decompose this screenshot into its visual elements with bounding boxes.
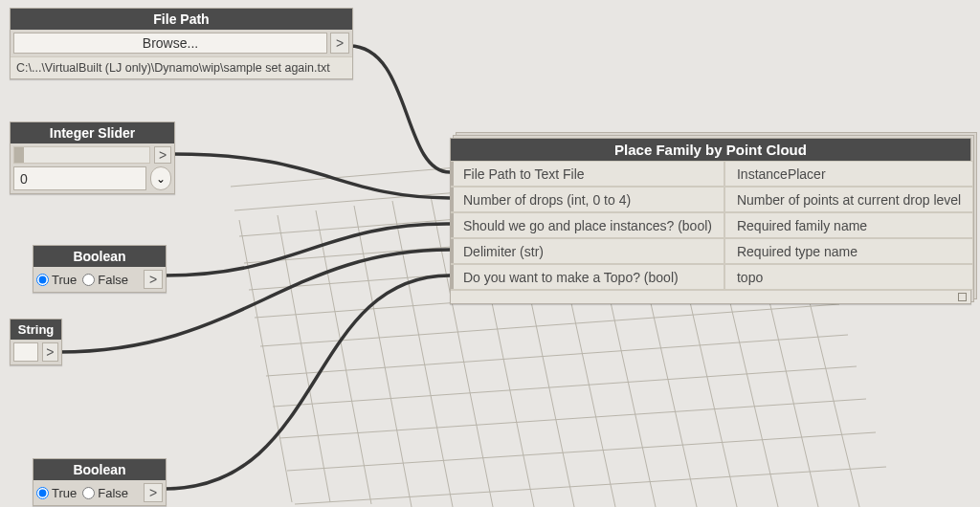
output-ports: InstancePlacer Number of points at curre… — [724, 161, 973, 290]
node-place-family[interactable]: Place Family by Point Cloud File Path to… — [450, 138, 971, 304]
svg-line-25 — [287, 432, 876, 471]
svg-line-24 — [279, 399, 866, 438]
svg-line-4 — [392, 201, 453, 507]
radio-true-input[interactable] — [36, 487, 49, 499]
node-title: Integer Slider — [11, 122, 174, 143]
node-file-path[interactable]: File Path Browse... > C:\...\VirtualBuil… — [10, 8, 353, 79]
file-path-text: C:\...\VirtualBuilt (LJ only)\Dynamo\wip… — [11, 56, 352, 78]
svg-line-21 — [260, 304, 839, 346]
radio-false[interactable]: False — [82, 483, 128, 502]
radio-false[interactable]: False — [82, 270, 128, 289]
svg-line-1 — [278, 215, 330, 502]
node-title: File Path — [11, 9, 352, 30]
input-port-3[interactable]: Delimiter (str) — [451, 238, 724, 264]
radio-true[interactable]: True — [36, 483, 77, 502]
node-title: Boolean — [33, 459, 166, 480]
radio-true[interactable]: True — [36, 270, 77, 289]
slider-thumb[interactable] — [14, 147, 24, 163]
svg-line-26 — [295, 467, 886, 504]
radio-false-input[interactable] — [82, 487, 95, 499]
output-port-1[interactable]: Number of points at current drop level — [724, 187, 973, 212]
output-port[interactable]: > — [144, 483, 163, 502]
preview-toggle-icon[interactable] — [958, 293, 967, 301]
spinner-button[interactable]: ⌄ — [150, 166, 171, 190]
string-input[interactable] — [13, 342, 38, 362]
radio-false-input[interactable] — [82, 274, 95, 286]
input-ports: File Path to Text File Number of drops (… — [451, 161, 724, 290]
output-port[interactable]: > — [42, 342, 58, 362]
input-port-2[interactable]: Should we go and place instances? (bool) — [451, 212, 724, 238]
output-port-4[interactable]: topo — [724, 264, 973, 290]
node-footer — [451, 290, 970, 303]
input-port-1[interactable]: Number of drops (int, 0 to 4) — [451, 187, 724, 212]
radio-true-input[interactable] — [36, 274, 49, 286]
output-port-3[interactable]: Required type name — [724, 238, 973, 264]
svg-line-2 — [316, 210, 371, 504]
node-string[interactable]: String > — [10, 319, 62, 365]
output-port[interactable]: > — [330, 33, 349, 54]
input-port-0[interactable]: File Path to Text File — [451, 161, 724, 187]
input-port-4[interactable]: Do you want to make a Topo? (bool) — [451, 264, 724, 290]
output-port-0[interactable]: InstancePlacer — [724, 161, 973, 187]
svg-line-3 — [354, 206, 412, 507]
node-title: Place Family by Point Cloud — [451, 139, 970, 161]
node-title: String — [11, 320, 61, 340]
node-integer-slider[interactable]: Integer Slider > 0 ⌄ — [10, 121, 175, 194]
node-boolean-2[interactable]: Boolean True False > — [33, 458, 167, 506]
slider-track[interactable] — [13, 146, 150, 164]
slider-value[interactable]: 0 — [13, 166, 146, 190]
output-port[interactable]: > — [154, 146, 171, 164]
svg-line-0 — [239, 220, 292, 502]
svg-line-23 — [273, 366, 857, 407]
node-boolean-1[interactable]: Boolean True False > — [33, 245, 167, 293]
browse-button[interactable]: Browse... — [13, 33, 327, 54]
svg-line-22 — [266, 335, 848, 376]
output-port[interactable]: > — [144, 270, 163, 289]
node-title: Boolean — [33, 246, 166, 267]
output-port-2[interactable]: Required family name — [724, 212, 973, 238]
